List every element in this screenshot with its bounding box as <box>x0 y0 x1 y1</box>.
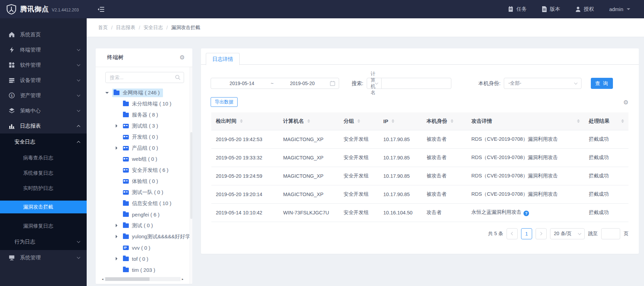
log-panel: 日志详情 2019-05-14 ~ 2019-05-20 搜索: 计算机名 <box>201 48 639 254</box>
table-row[interactable]: 2019-05-20 19:42:53 MAGICTONG_XP 安全开发组 1… <box>211 130 628 148</box>
export-data-button[interactable]: 导出数据 <box>211 97 238 107</box>
tree-node-label: 体验组 ( 0 ) <box>132 178 158 185</box>
col-ip[interactable]: IP <box>379 112 422 130</box>
col-group[interactable]: 分组 <box>339 112 379 130</box>
tasks-menu-item[interactable]: 任务 <box>508 6 527 12</box>
sort-icon[interactable] <box>307 118 310 124</box>
calendar-icon <box>330 81 335 86</box>
page-size-select[interactable]: 20 条/页 <box>550 228 585 239</box>
cell-computer-name: MAGICTONG_XP <box>279 185 339 203</box>
page-number-button[interactable]: 1 <box>521 228 532 239</box>
sort-icon[interactable] <box>621 118 624 124</box>
jump-page-input[interactable] <box>601 228 620 239</box>
col-attack-detail[interactable]: 攻击详情 <box>467 112 584 130</box>
section-behavior-log[interactable]: 行为日志 <box>0 233 87 250</box>
tree-node[interactable]: 安全开发组 ( 6 ) <box>96 165 190 176</box>
cell-result: 拦截成功 <box>584 203 628 222</box>
sidebar-item-log-report[interactable]: 日志报表 <box>0 118 87 133</box>
prev-page-button[interactable] <box>507 228 518 239</box>
help-icon[interactable] <box>523 211 529 216</box>
breadcrumb-security-log[interactable]: 安全日志 <box>144 25 163 31</box>
breadcrumb-home[interactable]: 首页 <box>98 25 108 31</box>
dollar-circle-icon: $ <box>8 92 15 99</box>
cell-ip: 10.17.90.85 <box>379 185 422 203</box>
scrollbar-thumb[interactable] <box>190 132 192 219</box>
tree-node[interactable]: 测试 ( 0 ) <box>96 220 190 231</box>
gear-icon[interactable] <box>623 99 628 106</box>
tree-node[interactable]: 产品组 ( 0 ) <box>96 142 190 154</box>
tree-node[interactable]: tim ( 203 ) <box>96 264 190 275</box>
tree-node[interactable]: 测试组 ( 3 ) <box>96 120 190 131</box>
tree-node[interactable]: pengfei ( 6 ) <box>96 209 190 220</box>
sidebar-item-realtime-protect-log[interactable]: 实时防护日志 <box>0 181 87 196</box>
tree-node[interactable]: 信息安全组 ( 10 ) <box>96 198 190 209</box>
table-row[interactable]: 2019-05-20 19:24:59 MAGICTONG_XP 安全开发组 1… <box>211 167 628 185</box>
admin-menu-item[interactable]: admin <box>609 6 630 12</box>
tree-node[interactable]: 体验组 ( 0 ) <box>96 176 190 187</box>
sidebar-item-vuln-repair-log[interactable]: 漏洞修复日志 <box>0 218 87 233</box>
caret-right-icon[interactable] <box>115 224 122 227</box>
identity-value: -全部- <box>508 80 521 86</box>
version-menu-item[interactable]: 版本 <box>542 6 560 12</box>
sort-icon[interactable] <box>577 118 580 124</box>
sidebar-item-asset[interactable]: $ 资产管理 <box>0 88 87 103</box>
scrollbar-track[interactable] <box>105 277 181 281</box>
col-result[interactable]: 处理结果 <box>584 112 628 130</box>
caret-down-icon[interactable] <box>105 90 112 95</box>
search-compound: 计算机名 <box>367 78 451 89</box>
breadcrumb-log-report[interactable]: 日志报表 <box>116 25 135 31</box>
scrollbar-thumb[interactable] <box>105 277 150 281</box>
sidebar-item-home[interactable]: 系统首页 <box>0 27 87 42</box>
identity-select[interactable]: -全部- <box>504 78 581 89</box>
license-menu-item[interactable]: 授权 <box>575 6 594 12</box>
tree-node[interactable]: vvv ( 0 ) <box>96 242 190 253</box>
tree-node[interactable]: 开发组 ( 0 ) <box>96 131 190 142</box>
sidebar-item-policy[interactable]: 策略中心 <box>0 103 87 118</box>
caret-right-icon[interactable] <box>115 124 122 128</box>
tree-node[interactable]: 未分组终端 ( 10 ) <box>96 98 190 109</box>
cell-result: 拦截成功 <box>584 148 628 167</box>
sort-icon[interactable] <box>357 118 360 124</box>
tree-node[interactable]: web组 ( 0 ) <box>96 154 190 165</box>
sort-icon[interactable] <box>392 118 394 124</box>
caret-right-icon[interactable] <box>115 146 122 150</box>
breadcrumb-separator: / <box>166 25 168 30</box>
table-row[interactable]: 2019-05-20 19:20:14 MAGICTONG_XP 安全开发组 1… <box>211 185 628 203</box>
sidebar-item-device[interactable]: 设备管理 <box>0 73 87 88</box>
sidebar-item-virus-scan-log[interactable]: 病毒查杀日志 <box>0 150 87 165</box>
sidebar-item-terminal[interactable]: 终端管理 <box>0 42 87 57</box>
sort-icon[interactable] <box>451 118 453 124</box>
horizontal-scrollbar[interactable] <box>100 277 185 281</box>
tree-node[interactable]: 服务器 ( 8 ) <box>96 109 190 120</box>
sort-icon[interactable] <box>240 118 243 124</box>
section-security-log[interactable]: 安全日志 <box>0 133 87 150</box>
table-row[interactable]: 2019-05-20 19:33:32 MAGICTONG_XP 安全开发组 1… <box>211 148 628 167</box>
sidebar-item-system-repair-log[interactable]: 系统修复日志 <box>0 165 87 181</box>
query-button[interactable]: 查 询 <box>591 78 613 89</box>
vertical-scrollbar[interactable] <box>190 67 192 284</box>
table-row[interactable]: 2019-05-14 10:10:42 WIN-73FSLKJGC7U 安全开发… <box>211 203 628 222</box>
tree-node[interactable]: 测试一队 ( 0 ) <box>96 187 190 198</box>
next-page-button[interactable] <box>536 228 547 239</box>
scroll-right-icon[interactable] <box>181 277 185 281</box>
tree-node[interactable]: 全网终端 ( 246 ) <box>96 87 190 98</box>
tree-node[interactable]: tof ( 0 ) <box>96 253 190 264</box>
caret-right-icon[interactable] <box>115 235 122 238</box>
tab-log-detail[interactable]: 日志详情 <box>206 53 240 65</box>
log-report-submenu: 安全日志 病毒查杀日志 系统修复日志 实时防护日志 漏洞攻击拦截 漏洞修复日志 … <box>0 133 87 250</box>
scroll-left-icon[interactable] <box>100 277 105 281</box>
sidebar-item-software[interactable]: 软件管理 <box>0 57 87 73</box>
col-detect-time[interactable]: 检出时间 <box>211 112 279 130</box>
sidebar-collapse-icon[interactable] <box>98 7 105 12</box>
sidebar-item-system-manage[interactable]: 系统管理 <box>0 250 87 265</box>
sidebar-item-vuln-attack-block[interactable]: 漏洞攻击拦截 <box>0 201 87 213</box>
tree-node[interactable]: yulong测试&&&&&好好学 <box>96 231 190 242</box>
caret-right-icon[interactable] <box>115 257 122 260</box>
gear-icon[interactable] <box>180 54 185 61</box>
col-computer-name[interactable]: 计算机名 <box>279 112 339 130</box>
col-identity[interactable]: 本机身份 <box>422 112 467 130</box>
tree-search-input[interactable] <box>106 75 184 80</box>
search-keyword-input[interactable] <box>382 78 451 89</box>
search-type-select[interactable]: 计算机名 <box>367 78 382 89</box>
date-range-picker[interactable]: 2019-05-14 ~ 2019-05-20 <box>211 78 339 89</box>
